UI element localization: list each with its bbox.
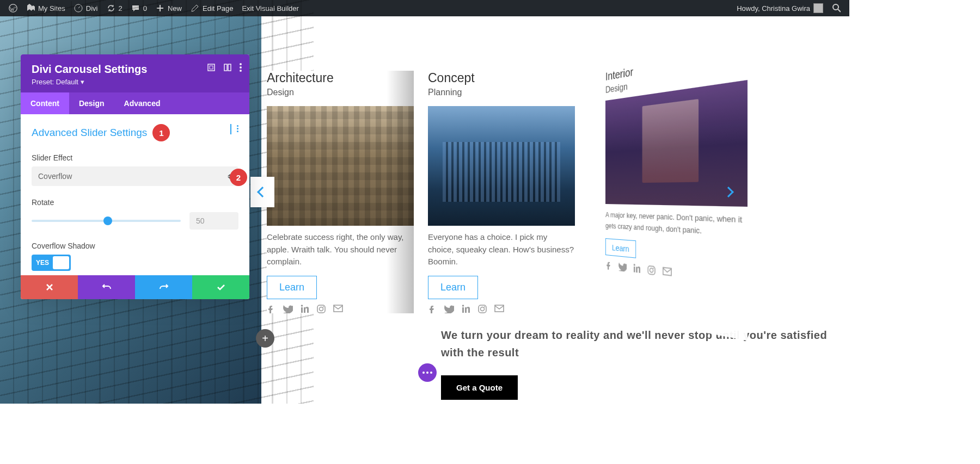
add-section-button[interactable]: + xyxy=(256,329,274,348)
svg-rect-15 xyxy=(334,305,342,312)
snap-icon[interactable] xyxy=(223,63,232,72)
card-socials xyxy=(428,305,575,313)
redo-button[interactable] xyxy=(135,275,192,299)
coverflow-shadow-label: Coverflow Shadow xyxy=(32,242,238,250)
instagram-icon[interactable] xyxy=(478,305,487,313)
card-image xyxy=(428,106,575,226)
field-slider-effect: Slider Effect Coverflow xyxy=(32,153,238,186)
carousel-next-button[interactable] xyxy=(716,177,740,207)
learn-button[interactable]: Learn xyxy=(428,276,478,299)
rotate-slider[interactable] xyxy=(32,220,181,222)
card-image xyxy=(267,106,414,226)
tab-design[interactable]: Design xyxy=(69,92,114,114)
howdy-label: Howdy, Christina Gwira xyxy=(737,4,810,13)
linkedin-icon[interactable] xyxy=(301,305,309,313)
more-icon[interactable] xyxy=(240,63,242,72)
cancel-button[interactable] xyxy=(21,275,78,299)
card-text: Celebrate success right, the only way, a… xyxy=(267,231,414,268)
panel-footer xyxy=(21,275,249,299)
panel-preset[interactable]: Preset: Default▾ xyxy=(32,78,238,86)
facebook-icon[interactable] xyxy=(605,261,612,270)
svg-point-25 xyxy=(650,268,653,273)
carousel: Architecture Design Celebrate success ri… xyxy=(261,71,849,313)
card-text: Everyone has a choice. I pick my choice,… xyxy=(428,231,575,268)
panel-body: Advanced Slider Settings 1 Slider Effect… xyxy=(21,114,249,275)
card-socials xyxy=(605,261,748,287)
carousel-card-concept: Concept Planning Everyone has a choice. … xyxy=(428,71,575,313)
facebook-icon[interactable] xyxy=(428,305,437,313)
svg-rect-10 xyxy=(301,307,303,313)
svg-rect-24 xyxy=(648,266,655,275)
caret-down-icon: ▾ xyxy=(81,78,84,86)
svg-point-9 xyxy=(240,70,242,72)
get-quote-button[interactable]: Get a Quote xyxy=(441,375,518,400)
svg-point-11 xyxy=(301,305,303,307)
undo-button[interactable] xyxy=(78,275,135,299)
section-advanced-slider[interactable]: Advanced Slider Settings 1 xyxy=(32,124,238,141)
chevron-right-icon xyxy=(723,187,734,197)
svg-point-26 xyxy=(653,268,654,269)
mail-icon[interactable] xyxy=(494,305,504,313)
svg-rect-22 xyxy=(634,267,635,273)
twitter-icon[interactable] xyxy=(618,262,627,272)
svg-point-8 xyxy=(240,66,242,69)
rotate-value-input[interactable]: 50 xyxy=(189,212,238,230)
instagram-icon[interactable] xyxy=(647,265,656,275)
divi-settings-panel: Divi Carousel Settings Preset: Default▾ … xyxy=(21,54,249,299)
section-more-icon[interactable] xyxy=(237,125,238,135)
panel-header[interactable]: Divi Carousel Settings Preset: Default▾ xyxy=(21,54,249,92)
svg-point-2 xyxy=(833,4,838,10)
user-avatar-icon xyxy=(813,3,823,13)
panel-tabs: Content Design Advanced xyxy=(21,92,249,114)
collapse-icon[interactable] xyxy=(230,125,231,135)
slider-effect-select[interactable]: Coverflow xyxy=(32,166,238,186)
svg-point-23 xyxy=(634,264,635,266)
plus-icon: + xyxy=(262,332,268,345)
builder-more-button[interactable] xyxy=(418,363,437,382)
card-subtitle: Planning xyxy=(428,88,575,97)
admin-search[interactable] xyxy=(828,0,845,16)
slider-thumb[interactable] xyxy=(103,216,112,225)
carousel-prev-button[interactable] xyxy=(250,177,274,207)
field-rotate: Rotate 50 xyxy=(32,198,238,230)
twitter-icon[interactable] xyxy=(283,305,293,313)
instagram-icon[interactable] xyxy=(317,305,326,313)
linkedin-icon[interactable] xyxy=(462,305,470,313)
svg-rect-4 xyxy=(210,66,213,69)
svg-rect-12 xyxy=(317,305,325,313)
learn-button[interactable]: Learn xyxy=(267,276,317,299)
toggle-knob xyxy=(53,256,69,269)
tab-advanced[interactable]: Advanced xyxy=(114,92,170,114)
tagline-text: We turn your dream to reality and we'll … xyxy=(441,326,849,361)
card-title: Architecture xyxy=(267,71,414,85)
card-socials xyxy=(267,305,414,313)
facebook-icon[interactable] xyxy=(267,305,275,313)
chevron-left-icon xyxy=(257,187,268,197)
expand-icon[interactable] xyxy=(207,63,216,72)
learn-button[interactable]: Learn xyxy=(605,238,636,258)
linkedin-icon[interactable] xyxy=(633,264,641,274)
svg-point-17 xyxy=(462,305,464,307)
twitter-icon[interactable] xyxy=(444,305,454,313)
coverflow-shadow-toggle[interactable]: YES xyxy=(32,255,71,271)
svg-point-7 xyxy=(240,63,242,65)
mail-icon[interactable] xyxy=(333,305,343,313)
svg-rect-3 xyxy=(208,64,215,71)
svg-point-20 xyxy=(484,306,485,307)
svg-rect-16 xyxy=(462,307,464,313)
wordpress-icon xyxy=(9,4,17,13)
carousel-card-architecture: Architecture Design Celebrate success ri… xyxy=(267,71,414,313)
card-text: A major key, never panic. Don't panic, w… xyxy=(605,209,748,239)
svg-rect-21 xyxy=(495,305,504,312)
svg-rect-18 xyxy=(479,305,486,313)
howdy-user[interactable]: Howdy, Christina Gwira xyxy=(732,0,828,16)
save-button[interactable] xyxy=(192,275,249,299)
card-subtitle: Design xyxy=(267,88,414,97)
tab-content[interactable]: Content xyxy=(21,92,69,114)
card-title: Concept xyxy=(428,71,575,85)
slider-effect-label: Slider Effect xyxy=(32,153,238,162)
mail-icon[interactable] xyxy=(663,267,672,277)
slider-effect-value: Coverflow xyxy=(38,172,72,181)
annotation-badge-2: 2 xyxy=(230,169,247,186)
svg-point-19 xyxy=(481,307,485,311)
